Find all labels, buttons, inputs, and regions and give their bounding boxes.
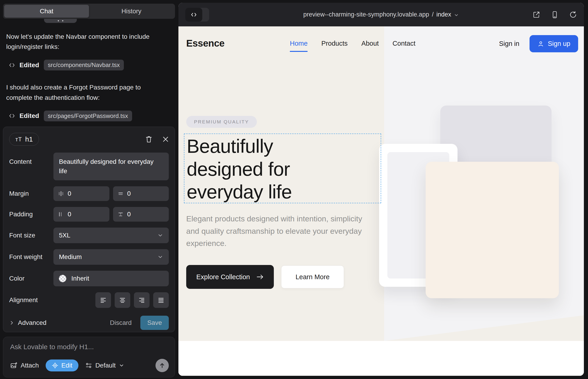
edit-mode-button[interactable]: Edit [46,360,78,371]
element-tag: h1 [25,135,33,143]
selected-element-outline[interactable]: Beautifully designed for everyday life [184,134,381,203]
content-input[interactable]: Beautifully designed for everyday life [53,153,169,180]
chat-messages: Now let's update the Navbar component to… [6,32,167,121]
mobile-view-button[interactable] [551,11,559,19]
route-selector[interactable]: index [436,11,451,18]
chevron-down-icon [157,254,163,260]
padding-row: Padding 0 0 [9,207,169,222]
font-weight-row: Font weight Medium [9,249,169,265]
type-icon: тT [15,136,22,143]
advanced-toggle[interactable]: Advanced [9,319,46,327]
default-mode-select[interactable]: Default [85,362,124,369]
chat-composer: Ask Lovable to modify H1... Attach Edit … [3,337,175,377]
align-right-button[interactable] [134,292,150,308]
send-button[interactable] [155,359,169,372]
file-chip[interactable]: src/pages/ForgotPassword.tsx [44,111,132,121]
editor-header: тT h1 [9,132,169,147]
external-link-icon [532,11,540,19]
padding-y-input[interactable]: 0 [113,207,169,222]
hero-heading[interactable]: Beautifully designed for everyday life [187,135,333,204]
mobile-icon [551,11,559,19]
site-next-section [178,341,584,376]
color-swatch [59,275,66,282]
color-select[interactable]: Inherit [53,271,169,286]
delete-element-button[interactable] [145,136,152,143]
chevron-down-icon [157,232,163,238]
alignment-row: Alignment [9,292,169,308]
editor-footer: Advanced Discard Save [9,316,169,330]
element-editor-panel: тT h1 Content Beautifully designed for e… [3,127,175,332]
quality-badge: PREMIUM QUALITY [186,116,257,128]
nav-link-home[interactable]: Home [290,40,308,52]
close-icon[interactable] [162,136,169,142]
tab-history[interactable]: History [89,5,174,18]
chat-history-tabs: Chat History [3,4,175,19]
padding-x-input[interactable]: 0 [53,207,109,222]
send-icon [159,362,165,369]
tab-chat[interactable]: Chat [4,5,89,18]
sidebar: Chat History Now let's update the Navbar… [0,0,179,379]
edited-label: Edited [19,112,39,120]
content-row: Content Beautifully designed for everyda… [9,153,169,180]
element-tag-pill[interactable]: тT h1 [9,133,39,146]
code-icon [190,12,197,18]
padding-label: Padding [9,211,53,218]
edited-file-row: Edited src/pages/ForgotPassword.tsx [9,111,167,121]
alignment-label: Alignment [9,296,53,304]
composer-input[interactable]: Ask Lovable to modify H1... [10,343,168,351]
font-weight-select[interactable]: Medium [53,249,169,265]
align-justify-button[interactable] [153,292,169,308]
sliders-icon [85,362,92,369]
nav-link-about[interactable]: About [361,40,379,52]
sign-in-link[interactable]: Sign in [499,40,519,47]
attach-icon [10,362,17,369]
align-center-button[interactable] [115,292,130,308]
chat-message: I should also create a Forgot Password p… [6,82,154,103]
align-right-icon [138,297,145,303]
attach-button[interactable]: Attach [10,362,39,369]
explore-collection-button[interactable]: Explore Collection [186,265,274,289]
chevron-down-icon [119,363,124,368]
margin-y-icon [118,191,124,197]
arrow-right-icon [256,274,264,280]
site-navbar: Essence Home Products About Contact Sign… [178,26,584,65]
font-size-select[interactable]: 5XL [53,228,169,243]
sign-up-button[interactable]: Sign up [529,35,578,52]
color-row: Color Inherit [9,271,169,286]
file-chip[interactable]: src/components/Navbar.tsx [44,60,124,70]
hero-cta-row: Explore Collection Learn More [186,265,344,289]
preview-toolbar: preview--charming-site-symphony.lovable.… [178,3,584,26]
align-center-icon [119,297,126,303]
margin-x-input[interactable]: 0 [53,186,109,201]
align-justify-icon [157,297,164,303]
site-logo[interactable]: Essence [186,38,225,49]
nav-link-contact[interactable]: Contact [393,40,416,52]
edited-label: Edited [19,62,39,69]
margin-row: Margin 0 0 [9,186,169,201]
margin-y-input[interactable]: 0 [113,186,169,201]
decor-card-cream [426,162,559,298]
nav-link-products[interactable]: Products [321,40,347,52]
discard-button[interactable]: Discard [110,319,132,327]
save-button[interactable]: Save [140,316,169,330]
chevron-down-icon [454,13,459,18]
refresh-icon [569,11,577,19]
code-view-toggle[interactable] [185,8,209,22]
align-left-button[interactable] [95,292,111,308]
edited-file-row: Edited src/components/Navbar.tsx [9,60,167,70]
open-external-button[interactable] [532,11,540,19]
preview-window: preview--charming-site-symphony.lovable.… [178,3,584,376]
url-bar: preview--charming-site-symphony.lovable.… [178,3,584,26]
color-label: Color [9,275,53,282]
target-icon [52,362,59,369]
code-icon [9,113,15,119]
user-icon [537,40,544,47]
font-weight-label: Font weight [9,253,53,261]
learn-more-button[interactable]: Learn More [281,266,344,288]
margin-label: Margin [9,190,53,197]
font-size-label: Font size [9,232,53,239]
chat-message: Now let's update the Navbar component to… [6,32,154,52]
refresh-button[interactable] [569,11,577,19]
margin-x-icon [58,191,64,197]
padding-y-icon [118,211,124,217]
